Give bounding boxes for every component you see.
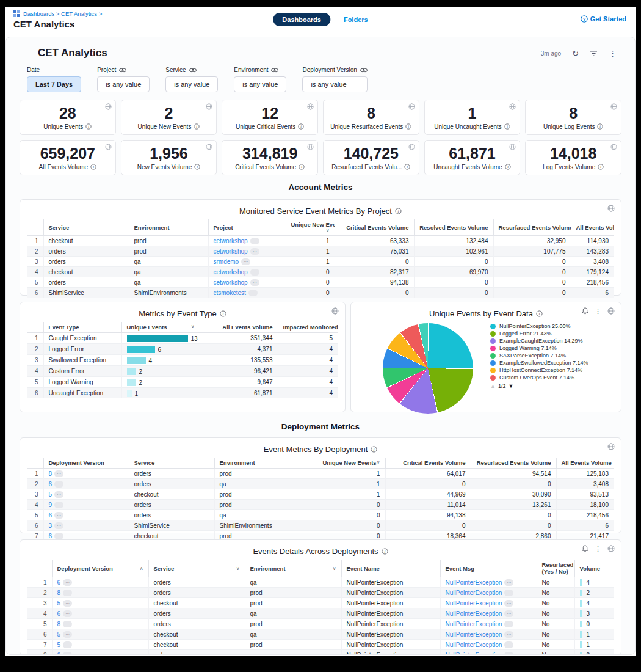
legend-item[interactable]: Logged Error 21.43%: [490, 331, 600, 337]
info-icon[interactable]: i: [404, 164, 410, 170]
table-row[interactable]: 5Logged Warning 2 9,6474: [27, 377, 338, 388]
deployment-version-link[interactable]: 6: [57, 652, 61, 656]
globe-icon[interactable]: [610, 144, 617, 150]
globe-icon[interactable]: [105, 144, 112, 150]
pie-chart[interactable]: [383, 323, 473, 414]
more-options-pill[interactable]: ⋯: [54, 512, 63, 519]
column-header[interactable]: All Events Volume: [571, 219, 614, 236]
sort-desc-icon[interactable]: ∨: [236, 565, 240, 572]
project-link[interactable]: ctsmoketest: [214, 290, 246, 296]
table-row[interactable]: 35⋯ checkoutprodNullPointerException Nul…: [27, 598, 614, 608]
column-header[interactable]: Deployment Version∧: [52, 560, 148, 577]
more-options-pill[interactable]: ⋯: [63, 621, 72, 627]
more-options-pill[interactable]: ⋯: [63, 600, 72, 607]
table-row[interactable]: 6Uncaught Exception 1 61,8714: [27, 388, 338, 399]
filter-value-button[interactable]: is any value: [234, 76, 286, 92]
event-msg-link[interactable]: NullPointerException: [446, 631, 502, 638]
deployment-version-link[interactable]: 8: [57, 590, 61, 596]
column-header[interactable]: Event Type: [43, 322, 121, 333]
column-header[interactable]: Event Name: [341, 560, 440, 577]
table-row[interactable]: 3Swallowed Exception 4 135,5534: [27, 355, 338, 366]
table-row[interactable]: 4Custom Error 2 96,4214: [27, 366, 338, 377]
deployment-version-link[interactable]: 8: [57, 621, 61, 627]
deployment-version-link[interactable]: 6: [57, 610, 61, 617]
table-row[interactable]: 3ordersqa srmdemo⋯1 00 03,408: [27, 257, 614, 267]
breadcrumb-link[interactable]: Dashboards: [23, 10, 54, 17]
column-header[interactable]: Deployment Version: [43, 458, 129, 469]
event-msg-link[interactable]: NullPointerException: [446, 621, 502, 627]
more-options-pill[interactable]: ⋯: [54, 481, 63, 488]
more-options-pill[interactable]: ⋯: [63, 590, 72, 596]
info-icon[interactable]: i: [194, 164, 200, 170]
info-icon[interactable]: i: [90, 164, 96, 170]
legend-item[interactable]: Logged Warning 7.14%: [490, 345, 600, 352]
info-icon[interactable]: i: [597, 123, 603, 130]
sort-desc-icon[interactable]: ∨: [191, 324, 195, 329]
event-msg-link[interactable]: NullPointerException: [446, 590, 502, 596]
table-row[interactable]: 63⋯ ShimiServiceShimiEnvironments0 006: [27, 520, 614, 531]
more-options-pill[interactable]: ⋯: [63, 641, 72, 648]
globe-icon[interactable]: [607, 205, 615, 212]
table-row[interactable]: 1Caught Exception 13 351,3445: [27, 333, 338, 344]
deployment-version-link[interactable]: 8: [49, 470, 53, 477]
column-header[interactable]: Critical Events Volume: [335, 219, 414, 236]
more-options-pill[interactable]: ⋯: [504, 590, 513, 596]
more-options-pill[interactable]: ⋯: [504, 641, 513, 648]
more-options-pill[interactable]: ⋯: [63, 631, 72, 638]
sort-asc-icon[interactable]: ∧: [140, 565, 143, 572]
table-row[interactable]: 5ordersqa cetworkshop⋯0 94,1380 0218,456: [27, 277, 614, 288]
project-link[interactable]: cetworkshop: [214, 238, 248, 244]
table-row[interactable]: 4checkoutqa cetworkshop⋯0 82,31769,970 0…: [27, 267, 614, 277]
legend-item[interactable]: SAXParseException 7.14%: [490, 352, 600, 359]
info-icon[interactable]: i: [598, 164, 604, 170]
more-options-pill[interactable]: ⋯: [504, 579, 513, 586]
info-icon[interactable]: i: [194, 123, 200, 130]
globe-icon[interactable]: [307, 144, 314, 150]
legend-item[interactable]: Custom OverOps Event 7.14%: [490, 374, 600, 381]
info-icon[interactable]: i: [220, 310, 226, 317]
info-icon[interactable]: i: [85, 123, 92, 130]
project-link[interactable]: cetworkshop: [214, 248, 248, 255]
project-link[interactable]: cetworkshop: [214, 269, 248, 276]
deployment-version-link[interactable]: 6: [57, 579, 61, 586]
table-row[interactable]: 26⋯ ordersqa1 003,408: [27, 479, 614, 489]
more-options-pill[interactable]: ⋯: [250, 238, 259, 244]
more-options-pill[interactable]: ⋯: [54, 522, 63, 529]
column-header[interactable]: Environment: [129, 219, 208, 236]
column-header[interactable]: Impacted Monitored Services: [278, 322, 338, 333]
table-row[interactable]: 2ordersprod cetworkshop⋯1 75,031102,961 …: [27, 246, 614, 257]
event-msg-link[interactable]: NullPointerException: [446, 610, 502, 617]
more-options-pill[interactable]: ⋯: [241, 258, 250, 265]
legend-page-up-icon[interactable]: ▲: [490, 383, 496, 389]
more-options-pill[interactable]: ⋯: [54, 491, 63, 498]
filter-icon[interactable]: [590, 50, 598, 57]
deployment-version-link[interactable]: 3: [49, 522, 53, 529]
table-row[interactable]: 56⋯ ordersqa0 94,1380218,456: [27, 510, 614, 520]
globe-icon[interactable]: [206, 144, 212, 150]
legend-item[interactable]: HttpHostConnectException 7.14%: [490, 367, 600, 374]
table-row[interactable]: 1checkoutprod cetworkshop⋯1 63,333132,48…: [27, 236, 614, 246]
filter-value-button[interactable]: is any value: [302, 76, 368, 92]
event-msg-link[interactable]: NullPointerException: [446, 600, 502, 607]
column-header[interactable]: Resurfaced Events Volume: [471, 458, 556, 469]
legend-page-down-icon[interactable]: ▼: [508, 383, 513, 389]
column-header[interactable]: Service: [43, 219, 129, 236]
bell-icon[interactable]: [582, 545, 588, 552]
filter-value-button[interactable]: is any value: [165, 76, 218, 92]
info-icon[interactable]: i: [536, 310, 543, 317]
globe-icon[interactable]: [509, 103, 516, 110]
event-msg-link[interactable]: NullPointerException: [446, 652, 502, 656]
column-header[interactable]: Critical Events Volume: [385, 458, 471, 469]
deployment-version-link[interactable]: 5: [57, 631, 61, 638]
column-header[interactable]: Resurfaced Events Volume: [493, 219, 571, 236]
column-header[interactable]: All Events Volume: [200, 322, 278, 333]
more-options-pill[interactable]: ⋯: [63, 652, 72, 656]
info-icon[interactable]: i: [299, 164, 305, 170]
more-options-pill[interactable]: ⋯: [250, 248, 259, 255]
more-options-pill[interactable]: ⋯: [63, 579, 72, 586]
column-header[interactable]: Volume: [574, 560, 614, 577]
legend-item[interactable]: NullPointerException 25.00%: [490, 323, 600, 330]
column-header[interactable]: All Events Volume: [556, 458, 614, 469]
deployment-version-link[interactable]: 9: [49, 502, 53, 508]
info-icon[interactable]: i: [504, 123, 510, 130]
